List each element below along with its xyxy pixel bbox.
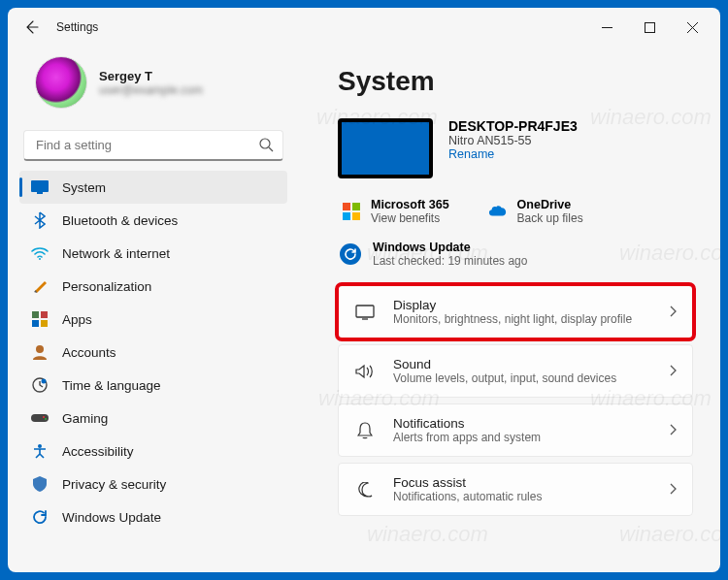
sidebar-item-system[interactable]: System: [19, 171, 287, 204]
svg-rect-3: [37, 192, 43, 194]
svg-point-9: [36, 345, 44, 353]
window-title: Settings: [56, 20, 98, 34]
card-title: Focus assist: [393, 475, 651, 490]
m365-label: Microsoft 365: [371, 198, 449, 211]
search-icon: [258, 137, 274, 156]
device-name: DESKTOP-PR4FJE3: [448, 118, 578, 134]
onedrive-icon: [488, 202, 508, 221]
sidebar-item-windows-update[interactable]: Windows Update: [19, 500, 287, 533]
sidebar-item-time-language[interactable]: Time & language: [19, 369, 287, 402]
chevron-right-icon: [669, 422, 677, 439]
svg-point-4: [39, 258, 41, 260]
update-label: Windows Update: [373, 241, 527, 254]
windows-update-block[interactable]: Windows Update Last checked: 19 minutes …: [340, 241, 693, 268]
settings-cards: DisplayMonitors, brightness, night light…: [338, 285, 693, 516]
microsoft-365-icon: [342, 202, 361, 221]
page-title: System: [338, 66, 693, 97]
svg-rect-2: [31, 180, 49, 192]
svg-point-1: [260, 139, 270, 148]
monitor-icon: [31, 178, 49, 196]
moon-icon: [354, 479, 376, 500]
card-sound[interactable]: SoundVolume levels, output, input, sound…: [338, 344, 693, 398]
sidebar-item-label: Windows Update: [62, 510, 161, 525]
svg-rect-5: [32, 311, 39, 318]
sidebar-item-label: Apps: [62, 312, 92, 327]
svg-point-13: [43, 416, 45, 418]
profile-block[interactable]: Sergey T user@example.com: [19, 52, 287, 122]
minimize-button[interactable]: [598, 18, 615, 36]
svg-rect-7: [32, 320, 39, 327]
search-input[interactable]: [23, 130, 283, 161]
gamepad-icon: [31, 409, 49, 427]
sidebar-item-accounts[interactable]: Accounts: [19, 336, 287, 369]
sidebar-item-label: System: [62, 180, 106, 195]
avatar: [35, 56, 87, 109]
sidebar-item-gaming[interactable]: Gaming: [19, 402, 287, 435]
card-subtitle: Notifications, automatic rules: [393, 490, 651, 503]
display-icon: [354, 302, 376, 323]
card-display[interactable]: DisplayMonitors, brightness, night light…: [338, 285, 693, 338]
svg-point-14: [45, 418, 47, 420]
update-icon: [340, 243, 361, 265]
chevron-right-icon: [669, 481, 677, 499]
person-icon: [31, 343, 49, 361]
sidebar-item-label: Accessibility: [62, 444, 134, 459]
apps-icon: [31, 310, 49, 328]
m365-sub: View benefits: [371, 211, 449, 225]
svg-rect-19: [352, 212, 360, 220]
chevron-right-icon: [669, 304, 677, 321]
sidebar-item-privacy-security[interactable]: Privacy & security: [19, 467, 287, 500]
back-arrow-icon: [23, 19, 39, 35]
sidebar-item-network-internet[interactable]: Network & internet: [19, 237, 287, 270]
sidebar-item-accessibility[interactable]: Accessibility: [19, 435, 287, 467]
bluetooth-icon: [31, 211, 49, 229]
settings-window: Settings Sergey T user@example.com S: [8, 8, 720, 572]
card-subtitle: Alerts from apps and system: [393, 431, 651, 444]
device-model: Nitro AN515-55: [448, 134, 578, 147]
device-row: DESKTOP-PR4FJE3 Nitro AN515-55 Rename: [338, 118, 693, 178]
profile-name: Sergey T: [99, 69, 203, 83]
content-area: System DESKTOP-PR4FJE3 Nitro AN515-55 Re…: [299, 47, 720, 572]
onedrive-block[interactable]: OneDrive Back up files: [488, 198, 583, 225]
svg-rect-17: [352, 203, 360, 210]
sidebar-item-label: Gaming: [62, 411, 108, 426]
accessibility-icon: [31, 442, 49, 460]
svg-rect-12: [31, 414, 49, 422]
paint-icon: [31, 277, 49, 295]
sidebar-item-bluetooth-devices[interactable]: Bluetooth & devices: [19, 204, 287, 237]
maximize-button[interactable]: [641, 18, 658, 36]
sidebar-item-label: Network & internet: [62, 246, 170, 261]
close-button[interactable]: [683, 18, 701, 36]
sidebar-item-label: Privacy & security: [62, 477, 166, 492]
wifi-icon: [31, 244, 49, 262]
svg-rect-8: [41, 320, 48, 327]
card-notifications[interactable]: NotificationsAlerts from apps and system: [338, 403, 693, 457]
card-title: Sound: [393, 357, 651, 371]
onedrive-sub: Back up files: [517, 211, 583, 225]
caption-buttons: [598, 18, 709, 36]
bell-icon: [354, 420, 376, 441]
svg-rect-0: [645, 22, 654, 32]
card-title: Notifications: [393, 416, 651, 431]
profile-email: user@example.com: [99, 83, 203, 97]
shield-icon: [31, 475, 49, 493]
services-row: Microsoft 365 View benefits OneDrive Bac…: [342, 198, 693, 225]
back-button[interactable]: [19, 16, 43, 39]
card-subtitle: Volume levels, output, input, sound devi…: [393, 371, 651, 385]
svg-point-11: [42, 379, 47, 384]
onedrive-label: OneDrive: [517, 198, 583, 211]
card-title: Display: [393, 298, 651, 312]
svg-rect-20: [356, 306, 374, 317]
sidebar: Sergey T user@example.com SystemBluetoot…: [8, 47, 299, 572]
sidebar-item-personalization[interactable]: Personalization: [19, 270, 287, 303]
svg-point-15: [38, 444, 42, 448]
update-sub: Last checked: 19 minutes ago: [373, 254, 527, 268]
device-thumbnail: [338, 118, 433, 178]
microsoft-365-block[interactable]: Microsoft 365 View benefits: [342, 198, 449, 225]
rename-link[interactable]: Rename: [448, 147, 578, 161]
svg-rect-18: [343, 212, 350, 220]
sidebar-item-label: Time & language: [62, 378, 161, 393]
card-subtitle: Monitors, brightness, night light, displ…: [393, 312, 651, 326]
card-focus-assist[interactable]: Focus assistNotifications, automatic rul…: [338, 463, 693, 516]
sidebar-item-apps[interactable]: Apps: [19, 303, 287, 336]
